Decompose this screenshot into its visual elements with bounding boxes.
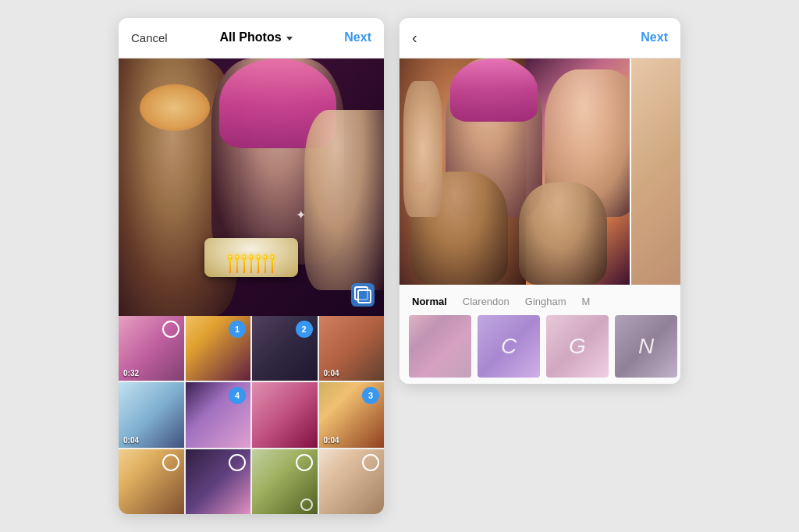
filter-label-moon[interactable]: M (582, 296, 591, 307)
candle-6 (264, 255, 267, 273)
list-item[interactable]: 4 (186, 382, 251, 448)
image-preview-area (400, 59, 680, 285)
list-item[interactable] (119, 449, 184, 515)
left-phone: Cancel All Photos Next (119, 18, 384, 515)
filter-label-clarendon[interactable]: Clarendon (463, 296, 510, 307)
moon-letter: N (638, 334, 654, 359)
filter-label-normal[interactable]: Normal (412, 296, 447, 307)
list-item[interactable] (252, 382, 318, 448)
person-left-head (140, 84, 210, 131)
filter-thumb-moon[interactable]: N (615, 315, 677, 378)
album-title: All Photos (219, 30, 281, 44)
party-photo: ✦ (119, 59, 384, 316)
list-item[interactable]: 2 (252, 316, 318, 381)
left-next-button[interactable]: Next (344, 30, 371, 44)
candle-3 (243, 255, 246, 273)
video-duration: 0:04 (123, 436, 139, 445)
multi-select-button[interactable] (351, 283, 375, 307)
selection-badge: 1 (229, 321, 246, 338)
filter-thumb-normal[interactable] (409, 315, 471, 378)
candle-5 (257, 255, 260, 273)
filter-thumb-gingham[interactable]: G (546, 315, 609, 378)
candle-1 (229, 255, 232, 273)
list-item[interactable]: 0:04 (119, 382, 184, 448)
list-item[interactable] (319, 449, 385, 515)
candle-4 (250, 255, 253, 273)
person-right (304, 110, 384, 290)
album-selector[interactable]: All Photos (219, 30, 292, 44)
video-duration: 0:32 (123, 369, 139, 378)
cancel-button[interactable]: Cancel (131, 31, 168, 44)
selection-circle (362, 454, 379, 471)
list-item[interactable]: 0:04 (319, 316, 385, 381)
list-item[interactable]: 1 (186, 316, 251, 381)
video-duration: 0:04 (324, 436, 339, 445)
candle-group (229, 255, 274, 273)
chevron-down-icon (286, 37, 293, 41)
selection-badge: 2 (296, 321, 313, 338)
candle-2 (236, 255, 239, 273)
list-item[interactable] (186, 449, 251, 515)
screens-container: Cancel All Photos Next (119, 18, 680, 515)
filter-bar: Normal Clarendon Gingham M C G N (400, 285, 680, 384)
selection-circle (296, 454, 313, 471)
right-header: ‹ Next (400, 18, 680, 59)
back-button[interactable]: ‹ (412, 29, 417, 47)
candle-7 (271, 255, 274, 273)
right-phone: ‹ Next (400, 18, 680, 384)
side-photo-strip (630, 59, 680, 285)
clarendon-letter: C (501, 334, 517, 359)
thumbnail-grid: 0:32 1 2 0:04 0:04 4 (119, 316, 384, 515)
pink-hair-right (450, 59, 538, 122)
lower-person-2 (519, 183, 606, 285)
clock-icon (300, 498, 313, 511)
filter-labels-row: Normal Clarendon Gingham M (400, 296, 680, 307)
selection-circle (162, 454, 179, 471)
filter-thumb-clarendon[interactable]: C (478, 315, 540, 378)
list-item[interactable]: 0:32 (119, 316, 184, 381)
video-duration: 0:04 (324, 369, 339, 378)
list-item[interactable] (252, 449, 318, 515)
filter-label-gingham[interactable]: Gingham (525, 296, 566, 307)
filter-thumbnails-row: C G N (400, 315, 680, 378)
right-next-button[interactable]: Next (641, 30, 668, 44)
gingham-letter: G (569, 334, 586, 359)
sparkle-icon: ✦ (296, 207, 306, 222)
left-header: Cancel All Photos Next (119, 18, 384, 59)
selection-circle (162, 321, 179, 338)
list-item[interactable]: 3 0:04 (319, 382, 385, 448)
selection-circle (229, 454, 246, 471)
main-photo-preview: ✦ (119, 59, 384, 316)
